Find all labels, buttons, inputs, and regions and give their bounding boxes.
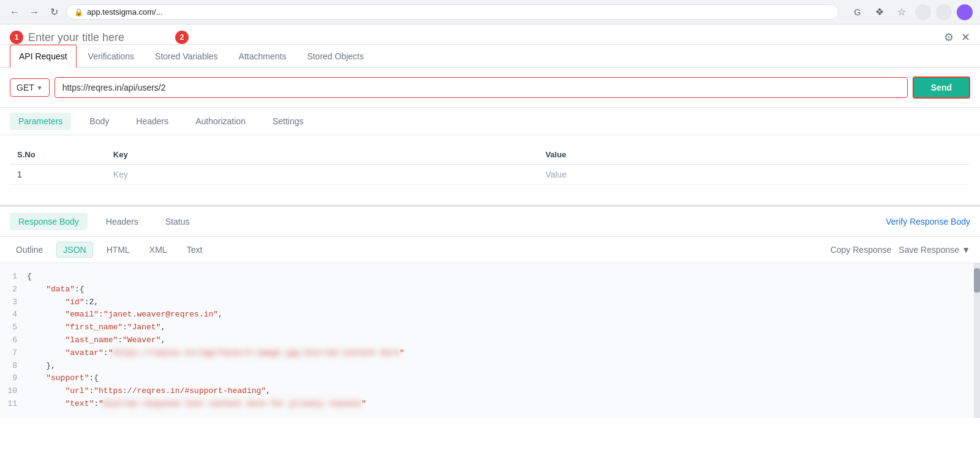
sub-tab-settings[interactable]: Settings — [264, 113, 312, 130]
response-tab-status[interactable]: Status — [157, 213, 198, 230]
url-text: app.testsigma.com/... — [87, 7, 163, 17]
sub-tab-body[interactable]: Body — [81, 113, 118, 130]
step-badge-1: 1 — [10, 31, 23, 44]
col-header-sno: S.No — [10, 145, 106, 165]
tab-stored-objects[interactable]: Stored Objects — [298, 45, 373, 68]
back-button[interactable]: ← — [7, 5, 22, 20]
tab-verifications[interactable]: Verifications — [79, 45, 143, 68]
save-response-button[interactable]: Save Response ▼ — [899, 245, 970, 255]
sub-tab-authorization[interactable]: Authorization — [187, 113, 254, 130]
method-select[interactable]: GET ▼ — [10, 78, 50, 97]
sub-tab-parameters[interactable]: Parameters — [10, 113, 71, 130]
sub-tab-headers[interactable]: Headers — [127, 113, 177, 130]
params-table: S.No Key Value 1 Key Value — [0, 135, 980, 195]
save-chevron-icon: ▼ — [962, 245, 970, 255]
settings-button[interactable]: ⚙ — [944, 31, 954, 44]
tab-attachments[interactable]: Attachments — [230, 45, 296, 68]
top-bar-left: 1 2 — [10, 31, 189, 44]
method-label: GET — [17, 83, 34, 92]
col-header-key: Key — [106, 145, 538, 165]
row-key-input[interactable]: Key — [106, 165, 538, 185]
share-button[interactable]: ❖ — [871, 4, 888, 21]
copy-response-button[interactable]: Copy Response — [831, 245, 892, 255]
format-tab-xml[interactable]: XML — [143, 242, 173, 257]
save-response-label: Save Response — [899, 245, 959, 255]
code-line-2: 2 "data":{ — [0, 283, 980, 296]
response-tabs-row: Response Body Headers Status Verify Resp… — [0, 207, 980, 237]
top-bar-right: ⚙ ✕ — [944, 31, 970, 44]
format-tab-text[interactable]: Text — [181, 242, 209, 257]
address-bar[interactable]: 🔒 app.testsigma.com/... — [66, 4, 839, 20]
format-tabs-right: Copy Response Save Response ▼ — [831, 245, 970, 255]
code-line-5: 5 "first_name":"Janet", — [0, 321, 980, 334]
step-badge-2: 2 — [175, 31, 189, 44]
response-section: Response Body Headers Status Verify Resp… — [0, 204, 980, 418]
format-tabs-row: Outline JSON HTML XML Text Copy Response… — [0, 237, 980, 263]
row-value-input[interactable]: Value — [538, 165, 970, 185]
tabs-row: API Request Verifications Stored Variabl… — [0, 45, 980, 68]
response-tab-headers[interactable]: Headers — [97, 213, 147, 230]
code-line-3: 3 "id":2, — [0, 296, 980, 309]
code-line-11: 11 "text":"blurred response text content… — [0, 398, 980, 411]
profile-avatar-1 — [915, 4, 931, 20]
send-button[interactable]: Send — [913, 77, 970, 99]
tab-api-request[interactable]: API Request — [10, 45, 77, 68]
code-line-6: 6 "last_name":"Weaver", — [0, 334, 980, 347]
code-line-9: 9 "support":{ — [0, 372, 980, 385]
col-header-value: Value — [538, 145, 970, 165]
profile-avatar-3 — [957, 4, 973, 20]
format-tab-json[interactable]: JSON — [56, 242, 92, 258]
code-line-4: 4 "email":"janet.weaver@reqres.in", — [0, 309, 980, 321]
code-line-8: 8 }, — [0, 360, 980, 373]
title-input[interactable] — [28, 31, 170, 44]
code-line-10: 10 "url":"https://reqres.in/#support-hea… — [0, 385, 980, 398]
sub-tabs-row: Parameters Body Headers Authorization Se… — [0, 108, 980, 135]
refresh-button[interactable]: ↻ — [47, 5, 61, 20]
top-bar: 1 2 ⚙ ✕ — [0, 24, 980, 45]
profile-avatar-2 — [936, 4, 952, 20]
format-tab-html[interactable]: HTML — [100, 242, 136, 257]
browser-actions: G ❖ ☆ — [849, 4, 973, 21]
bookmark-button[interactable]: ☆ — [893, 4, 910, 21]
chevron-down-icon: ▼ — [37, 84, 43, 91]
lock-icon: 🔒 — [74, 8, 83, 17]
table-row: 1 Key Value — [10, 165, 970, 185]
code-line-7: 7 "avatar":"https://reqres.in/img/faces/… — [0, 347, 980, 360]
verify-response-link[interactable]: Verify Response Body — [886, 217, 970, 226]
tab-stored-variables[interactable]: Stored Variables — [146, 45, 227, 68]
row-sno: 1 — [10, 165, 106, 185]
scrollbar[interactable] — [974, 263, 980, 418]
code-line-1: 1 { — [0, 271, 980, 283]
forward-button[interactable]: → — [27, 5, 42, 20]
response-tabs-left: Response Body Headers Status — [10, 213, 198, 230]
format-tab-outline[interactable]: Outline — [10, 242, 49, 257]
google-apps-button[interactable]: G — [849, 4, 866, 21]
url-input-wrapper — [55, 77, 908, 98]
format-tabs-left: Outline JSON HTML XML Text — [10, 242, 208, 258]
close-button[interactable]: ✕ — [961, 31, 970, 44]
url-section: GET ▼ Send — [0, 68, 980, 108]
browser-chrome: ← → ↻ 🔒 app.testsigma.com/... G ❖ ☆ — [0, 0, 980, 24]
app-container: 1 2 ⚙ ✕ API Request Verifications Stored… — [0, 24, 980, 418]
url-input[interactable] — [55, 78, 907, 97]
response-tab-body[interactable]: Response Body — [10, 213, 88, 230]
json-code-area: 1 { 2 "data":{ 3 "id":2, 4 "ema — [0, 263, 980, 418]
scrollbar-thumb[interactable] — [974, 268, 980, 293]
